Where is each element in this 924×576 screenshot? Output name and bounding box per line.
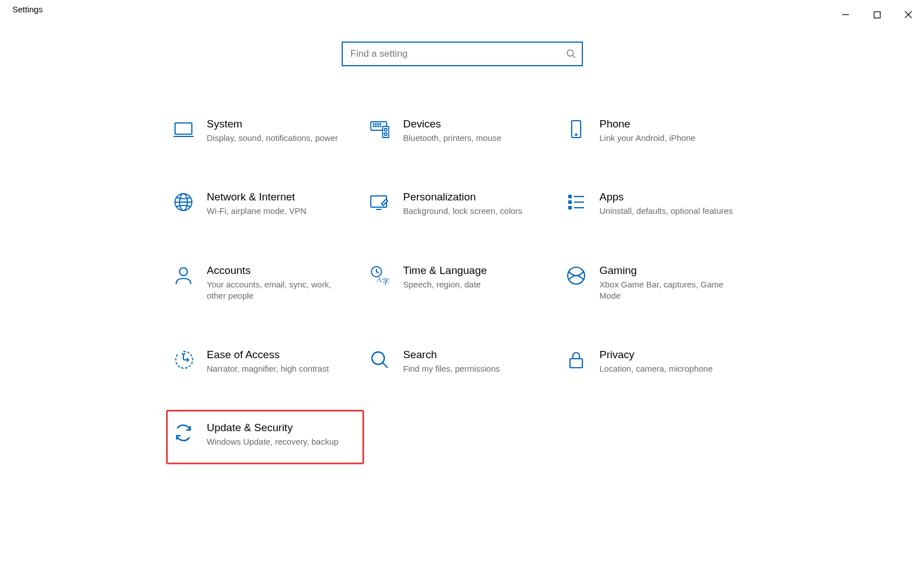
svg-point-12: [380, 124, 381, 125]
category-apps[interactable]: Apps Uninstall, defaults, optional featu…: [560, 184, 757, 223]
category-desc: Windows Update, recovery, backup: [207, 436, 347, 447]
window-title: Settings: [12, 4, 43, 14]
phone-icon: [565, 118, 587, 140]
category-title: Network & Internet: [207, 191, 348, 203]
gaming-icon: [565, 264, 587, 287]
update-icon: [172, 422, 195, 444]
category-gaming[interactable]: Gaming Xbox Game Bar, captures, Game Mod…: [560, 258, 757, 309]
category-ease-of-access[interactable]: Ease of Access Narrator, magnifier, high…: [168, 342, 364, 381]
category-desc: Speech, region, date: [403, 279, 545, 290]
category-devices[interactable]: Devices Bluetooth, printers, mouse: [364, 111, 560, 150]
maximize-icon: [874, 11, 881, 19]
svg-point-16: [380, 126, 381, 127]
svg-text:字: 字: [382, 277, 389, 286]
category-text: Personalization Background, lock screen,…: [403, 191, 556, 217]
category-system[interactable]: System Display, sound, notifications, po…: [168, 111, 364, 150]
category-desc: Find my files, permissions: [403, 363, 545, 374]
svg-point-15: [378, 126, 379, 127]
svg-text:A: A: [376, 275, 382, 284]
personalization-icon: [369, 191, 391, 213]
category-search[interactable]: Search Find my files, permissions: [364, 342, 560, 381]
svg-point-10: [375, 124, 376, 125]
category-title: Time & Language: [403, 264, 545, 277]
category-text: Accounts Your accounts, email, sync, wor…: [207, 264, 360, 302]
category-title: Search: [403, 349, 545, 361]
category-desc: Background, lock screen, colors: [403, 205, 545, 217]
category-personalization[interactable]: Personalization Background, lock screen,…: [364, 184, 560, 223]
svg-point-4: [567, 50, 573, 56]
category-title: Personalization: [403, 191, 545, 203]
category-time-language[interactable]: A 字 Time & Language Speech, region, date: [364, 258, 560, 309]
category-title: Accounts: [207, 264, 348, 277]
svg-line-36: [376, 272, 379, 273]
titlebar: Settings: [0, 0, 924, 25]
svg-point-13: [373, 126, 374, 127]
content-area: System Display, sound, notifications, po…: [0, 25, 924, 464]
category-title: Devices: [403, 118, 545, 130]
category-title: Gaming: [600, 264, 741, 277]
category-text: Devices Bluetooth, printers, mouse: [403, 118, 556, 144]
search-icon: [566, 49, 576, 59]
category-text: Update & Security Windows Update, recove…: [207, 422, 358, 447]
category-text: Apps Uninstall, defaults, optional featu…: [600, 191, 752, 217]
category-phone[interactable]: Phone Link your Android, iPhone: [560, 111, 757, 150]
category-accounts[interactable]: Accounts Your accounts, email, sync, wor…: [168, 258, 364, 309]
ease-of-access-icon: [172, 349, 195, 371]
category-title: Update & Security: [207, 422, 347, 434]
svg-line-5: [572, 56, 575, 58]
category-desc: Xbox Game Bar, captures, Game Mode: [600, 279, 741, 302]
category-privacy[interactable]: Privacy Location, camera, microphone: [560, 342, 757, 381]
minimize-icon: [842, 11, 849, 19]
apps-icon: [565, 191, 587, 213]
category-network[interactable]: Network & Internet Wi-Fi, airplane mode,…: [168, 184, 364, 223]
categories-grid: System Display, sound, notifications, po…: [168, 111, 757, 464]
category-text: Network & Internet Wi-Fi, airplane mode,…: [207, 191, 360, 217]
category-update-security[interactable]: Update & Security Windows Update, recove…: [166, 410, 364, 464]
svg-rect-6: [175, 123, 192, 134]
svg-point-21: [575, 134, 577, 136]
category-text: Gaming Xbox Game Bar, captures, Game Mod…: [600, 264, 752, 302]
svg-point-9: [373, 124, 374, 125]
svg-rect-29: [569, 201, 571, 203]
category-text: Time & Language Speech, region, date: [403, 264, 556, 290]
svg-point-14: [375, 126, 376, 127]
category-desc: Uninstall, defaults, optional features: [600, 205, 741, 217]
close-icon: [904, 11, 912, 19]
category-desc: Your accounts, email, sync, work, other …: [207, 279, 348, 302]
category-title: Apps: [600, 191, 741, 203]
svg-point-33: [180, 268, 187, 276]
category-text: System Display, sound, notifications, po…: [207, 118, 360, 144]
svg-line-43: [383, 363, 388, 368]
category-desc: Narrator, magnifier, high contrast: [207, 363, 348, 374]
svg-rect-1: [874, 12, 880, 18]
svg-rect-31: [569, 207, 571, 209]
globe-icon: [172, 191, 195, 213]
search-input[interactable]: [351, 48, 566, 60]
minimize-button[interactable]: [830, 4, 861, 25]
svg-point-42: [372, 352, 384, 364]
maximize-button[interactable]: [861, 4, 893, 25]
category-desc: Wi-Fi, airplane mode, VPN: [207, 205, 348, 217]
search-box[interactable]: [342, 42, 583, 66]
svg-rect-44: [570, 359, 582, 368]
close-button[interactable]: [893, 4, 924, 25]
category-title: System: [207, 118, 348, 130]
svg-rect-27: [569, 195, 571, 198]
time-language-icon: A 字: [369, 264, 391, 287]
category-text: Privacy Location, camera, microphone: [600, 349, 752, 374]
category-title: Privacy: [600, 349, 741, 361]
category-title: Ease of Access: [207, 349, 348, 361]
system-icon: [172, 118, 195, 140]
lock-icon: [565, 349, 587, 371]
accounts-icon: [172, 264, 195, 287]
category-title: Phone: [600, 118, 741, 130]
category-text: Ease of Access Narrator, magnifier, high…: [207, 349, 360, 374]
category-desc: Link your Android, iPhone: [600, 132, 741, 144]
category-desc: Display, sound, notifications, power: [207, 132, 348, 144]
search-category-icon: [369, 349, 391, 371]
search-wrap: [342, 42, 583, 66]
category-desc: Bluetooth, printers, mouse: [403, 132, 545, 144]
category-text: Phone Link your Android, iPhone: [600, 118, 752, 144]
svg-point-11: [378, 124, 379, 125]
category-text: Search Find my files, permissions: [403, 349, 556, 374]
